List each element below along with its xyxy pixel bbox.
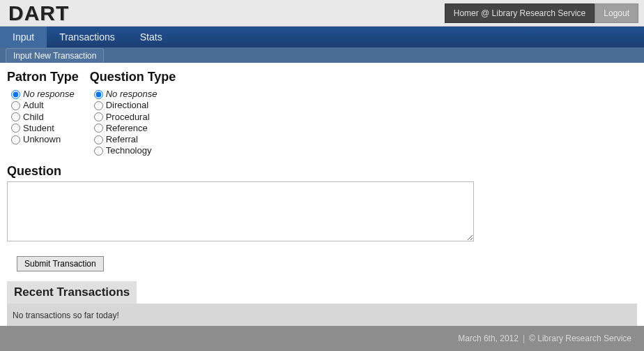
- question-type-options: No response Directional Procedural Refer…: [90, 89, 176, 157]
- patron-type-option[interactable]: Unknown: [11, 134, 79, 145]
- patron-type-option-label: Child: [23, 112, 44, 123]
- content-area: Patron Type No response Adult Child Stud…: [0, 63, 644, 329]
- footer-date: March 6th, 2012: [458, 334, 519, 343]
- question-type-radio[interactable]: [94, 90, 103, 99]
- question-type-heading: Question Type: [90, 70, 176, 84]
- question-type-radio[interactable]: [94, 101, 103, 110]
- sub-nav: Input New Transaction: [0, 47, 644, 63]
- patron-type-radio[interactable]: [11, 135, 20, 144]
- top-bar: DART Homer @ Library Research Service Lo…: [0, 0, 644, 27]
- question-type-option[interactable]: Reference: [94, 123, 176, 134]
- patron-type-option-label: Adult: [23, 100, 44, 111]
- logout-button[interactable]: Logout: [595, 3, 638, 23]
- submit-transaction-button[interactable]: Submit Transaction: [17, 256, 104, 271]
- patron-type-option-label: Student: [23, 123, 54, 134]
- top-right-group: Homer @ Library Research Service Logout: [445, 3, 638, 23]
- patron-type-radio[interactable]: [11, 101, 20, 110]
- patron-type-option-label: Unknown: [23, 134, 61, 145]
- nav-transactions[interactable]: Transactions: [47, 27, 128, 47]
- submit-row: Submit Transaction: [17, 256, 637, 271]
- question-type-option[interactable]: No response: [94, 89, 176, 100]
- patron-type-radio[interactable]: [11, 112, 20, 121]
- patron-type-option[interactable]: No response: [11, 89, 79, 100]
- patron-type-radio[interactable]: [11, 90, 20, 99]
- nav-input[interactable]: Input: [0, 27, 47, 47]
- nav-stats[interactable]: Stats: [128, 27, 175, 47]
- question-type-option[interactable]: Directional: [94, 100, 176, 111]
- question-type-option-label: Procedural: [106, 112, 150, 123]
- question-type-option-label: Directional: [106, 100, 148, 111]
- patron-type-group: Patron Type No response Adult Child Stud…: [7, 70, 79, 157]
- question-type-option[interactable]: Technology: [94, 145, 176, 156]
- question-type-radio[interactable]: [94, 112, 103, 121]
- footer-separator: |: [523, 334, 525, 343]
- subnav-tab-input-new[interactable]: Input New Transaction: [6, 48, 104, 63]
- question-heading: Question: [7, 164, 637, 179]
- question-type-radio[interactable]: [94, 135, 103, 144]
- question-type-option[interactable]: Procedural: [94, 112, 176, 123]
- patron-type-option[interactable]: Child: [11, 112, 79, 123]
- question-type-radio[interactable]: [94, 147, 103, 156]
- primary-nav: Input Transactions Stats: [0, 27, 644, 47]
- patron-type-options: No response Adult Child Student Unknown: [7, 89, 79, 145]
- question-type-option-label: Technology: [106, 145, 152, 156]
- question-type-option-label: No response: [106, 89, 158, 100]
- question-type-option[interactable]: Referral: [94, 134, 176, 145]
- question-type-group: Question Type No response Directional Pr…: [90, 70, 176, 157]
- question-type-radio[interactable]: [94, 124, 103, 133]
- question-type-option-label: Reference: [106, 123, 148, 134]
- patron-type-radio[interactable]: [11, 124, 20, 133]
- footer-copyright: © Library Research Service: [529, 334, 631, 343]
- patron-type-option-label: No response: [23, 89, 75, 100]
- recent-transactions-body: No transactions so far today!: [7, 304, 637, 329]
- app-logo: DART: [8, 1, 69, 25]
- patron-type-heading: Patron Type: [7, 70, 79, 84]
- radio-groups-row: Patron Type No response Adult Child Stud…: [7, 70, 637, 157]
- patron-type-option[interactable]: Student: [11, 123, 79, 134]
- recent-transactions-heading: Recent Transactions: [7, 281, 137, 304]
- question-textarea[interactable]: [7, 181, 474, 241]
- patron-type-option[interactable]: Adult: [11, 100, 79, 111]
- question-type-option-label: Referral: [106, 134, 138, 145]
- footer-bar: March 6th, 2012 | © Library Research Ser…: [0, 326, 644, 351]
- user-identity-chip[interactable]: Homer @ Library Research Service: [445, 3, 595, 23]
